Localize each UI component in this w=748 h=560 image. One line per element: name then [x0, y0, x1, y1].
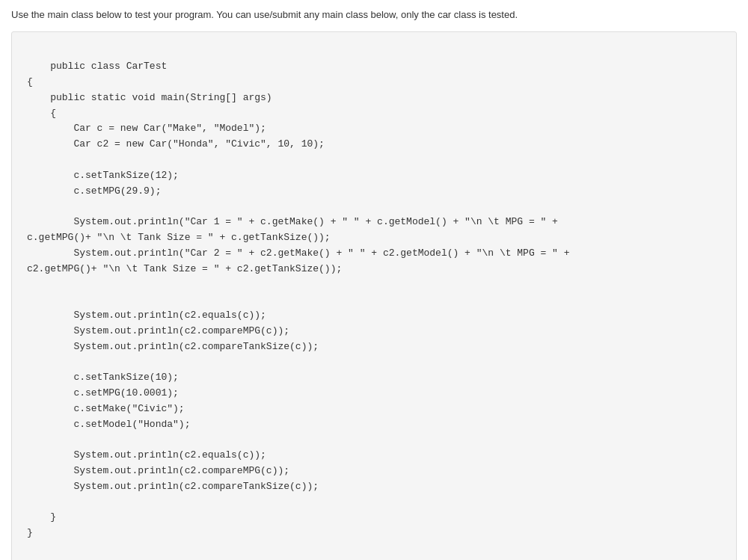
- code-content: public class CarTest { public static voi…: [27, 61, 570, 538]
- code-block: public class CarTest { public static voi…: [11, 31, 737, 561]
- page-container: Use the main class below to test your pr…: [0, 0, 748, 560]
- instruction-text: Use the main class below to test your pr…: [11, 7, 737, 22]
